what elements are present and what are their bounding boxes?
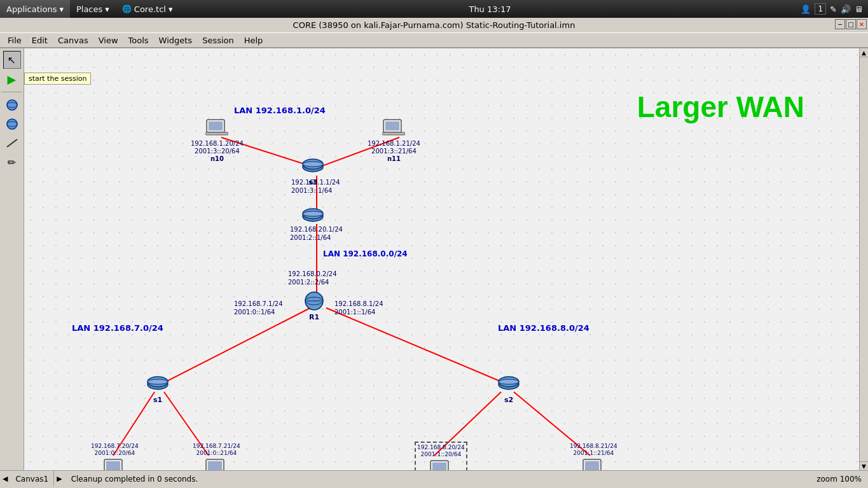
applications-menu[interactable]: Applications ▾ <box>0 0 70 18</box>
svg-point-2 <box>7 119 17 129</box>
n10-addr1: 192.168.1.20/24 <box>191 140 244 148</box>
maximize-button[interactable]: □ <box>846 19 856 29</box>
switch-tool[interactable] <box>3 115 21 133</box>
status-bar: ◀ Canvas1 ▶ Cleanup completed in 0 secon… <box>0 470 868 487</box>
taskbar-time: Thu 13:17 <box>179 4 801 14</box>
node-n6[interactable]: 192.168.8.21/24 2001:1::21/64 n6 <box>570 443 617 470</box>
places-arrow: ▾ <box>105 4 109 14</box>
close-button[interactable]: ✕ <box>857 19 867 29</box>
r1-up-addrs: 192.168.0.2/24 2001:2::2/64 <box>288 270 337 286</box>
node-n10[interactable]: 192.168.1.20/24 2001:3::20/64 n10 <box>191 118 244 163</box>
n5-addr1: 192.168.8.20/24 <box>417 444 465 451</box>
svg-line-4 <box>7 139 17 147</box>
taskbar: Applications ▾ Places ▾ 🌐 Core.tcl ▾ Thu… <box>0 0 868 18</box>
window-title: CORE (38950 on kali.Fajar-Purnama.com) S… <box>293 20 575 30</box>
main-layout: ↖ ▶ start the session ✏ <box>0 48 868 470</box>
zoom-level: zoom 100% <box>816 475 868 484</box>
n11-addr1: 192.168.1.21/24 <box>368 140 420 148</box>
lan-192-168-8-label: LAN 192.168.8.0/24 <box>498 323 589 333</box>
r1-right-addrs: 192.168.8.1/24 2001:1::1/64 <box>334 300 383 316</box>
lan-192-168-1-label: LAN 192.168.1.0/24 <box>234 106 326 115</box>
svg-rect-37 <box>106 461 120 470</box>
scroll-right-button[interactable]: ▶ <box>54 475 64 483</box>
cursor-tool[interactable]: ↖ <box>3 51 21 69</box>
window-chrome: CORE (38950 on kali.Fajar-Purnama.com) S… <box>0 18 868 48</box>
svg-point-32 <box>148 379 168 384</box>
svg-line-9 <box>161 308 310 384</box>
svg-point-0 <box>7 100 17 110</box>
menu-canvas[interactable]: Canvas <box>53 34 93 46</box>
svg-rect-40 <box>208 461 222 470</box>
r1-left-addrs: 192.168.7.1/24 2001:0::1/64 <box>234 300 283 316</box>
lan-192-168-7-label: LAN 192.168.7.0/24 <box>72 323 163 333</box>
svg-point-26 <box>303 211 323 216</box>
volume-icon: 🔊 <box>841 4 851 14</box>
node-n1[interactable]: 192.168.7.20/24 2001:0::20/64 n1 <box>91 443 139 470</box>
menu-help[interactable]: Help <box>239 34 268 46</box>
menu-widgets[interactable]: Widgets <box>154 34 198 46</box>
svg-line-10 <box>326 308 507 384</box>
lan-192-168-0-label: LAN 192.168.0.0/24 <box>323 249 408 258</box>
minimize-button[interactable]: ─ <box>835 19 845 29</box>
menu-file[interactable]: File <box>3 34 27 46</box>
node-s1[interactable]: s1 <box>146 375 169 404</box>
places-label: Places <box>76 4 102 14</box>
router-tool[interactable] <box>3 96 21 114</box>
applications-arrow: ▾ <box>59 4 64 14</box>
screen-icon: 🖥 <box>855 4 863 14</box>
scroll-up-button[interactable]: ▲ <box>860 48 868 57</box>
larger-wan-label: Larger WAN <box>637 90 804 124</box>
s3-addrs: 192.168.1.1/24 2001:3::1/64 <box>291 178 340 195</box>
svg-rect-17 <box>205 132 228 135</box>
scroll-down-button[interactable]: ▼ <box>860 461 868 470</box>
node-n2[interactable]: 192.168.7.21/24 2001:0::21/64 n2 <box>193 443 240 470</box>
n5-addr2: 2001:1::20/64 <box>417 451 465 458</box>
n1-addr1: 192.168.7.20/24 <box>91 443 139 450</box>
n6-addr2: 2001:1::21/64 <box>570 450 617 457</box>
canvas-tab[interactable]: Canvas1 <box>10 471 54 487</box>
menu-view[interactable]: View <box>93 34 123 46</box>
menu-tools[interactable]: Tools <box>123 34 154 46</box>
left-toolbar: ↖ ▶ start the session ✏ <box>0 48 24 470</box>
svg-rect-16 <box>209 122 223 130</box>
core-tcl-arrow: ▾ <box>169 4 173 14</box>
svg-rect-20 <box>382 132 405 135</box>
core-tcl-menu[interactable]: 🌐 Core.tcl ▾ <box>116 0 179 18</box>
scroll-left-button[interactable]: ◀ <box>0 475 10 483</box>
menu-edit[interactable]: Edit <box>27 34 53 46</box>
vertical-scrollbar[interactable]: ▲ ▼ <box>859 48 868 470</box>
run-tool[interactable]: ▶ <box>3 70 21 88</box>
n10-addr2: 2001:3::20/64 <box>191 148 244 155</box>
core-tcl-label: Core.tcl <box>134 4 166 14</box>
menu-bar: File Edit Canvas View Tools Widgets Sess… <box>0 32 868 48</box>
start-session-label: start the session <box>24 73 91 85</box>
places-menu[interactable]: Places ▾ <box>70 0 116 18</box>
node-n11[interactable]: 192.168.1.21/24 2001:3::21/64 n11 <box>368 118 420 163</box>
canvas-area[interactable]: Larger WAN LAN 192.168.1.0/24 192.168.1.… <box>24 48 868 470</box>
s2-label: s2 <box>497 396 520 404</box>
n11-label: n11 <box>368 155 420 163</box>
status-message: Cleanup completed in 0 seconds. <box>65 475 817 484</box>
svg-point-35 <box>499 379 519 384</box>
menu-session[interactable]: Session <box>197 34 239 46</box>
n6-addr1: 192.168.8.21/24 <box>570 443 617 450</box>
svg-point-23 <box>303 162 323 167</box>
annotate-tool[interactable]: ✏ <box>3 153 21 171</box>
taskbar-right: 👤 1 ✎ 🔊 🖥 <box>801 3 868 15</box>
node-n5[interactable]: 192.168.8.20/24 2001:1::20/64 n5 <box>415 442 467 470</box>
svg-rect-43 <box>432 463 446 470</box>
node-s2[interactable]: s2 <box>497 375 520 404</box>
applications-label: Applications <box>6 4 57 14</box>
title-bar: CORE (38950 on kali.Fajar-Purnama.com) S… <box>0 18 868 32</box>
svg-rect-46 <box>585 461 599 470</box>
n10-label: n10 <box>191 155 244 163</box>
workspace-indicator[interactable]: 1 <box>815 3 826 15</box>
n1-addr2: 2001:0::20/64 <box>91 450 139 457</box>
node-r1[interactable]: R1 <box>301 291 327 321</box>
canvas-tab-label: Canvas1 <box>15 475 48 484</box>
n2-addr2: 2001:0::21/64 <box>193 450 240 457</box>
link-tool[interactable] <box>3 134 21 152</box>
r1-label: R1 <box>301 313 327 321</box>
mid-switch-addrs: 192.168.20.1/24 2001:2::1/64 <box>290 225 343 242</box>
s1-label: s1 <box>146 396 169 404</box>
